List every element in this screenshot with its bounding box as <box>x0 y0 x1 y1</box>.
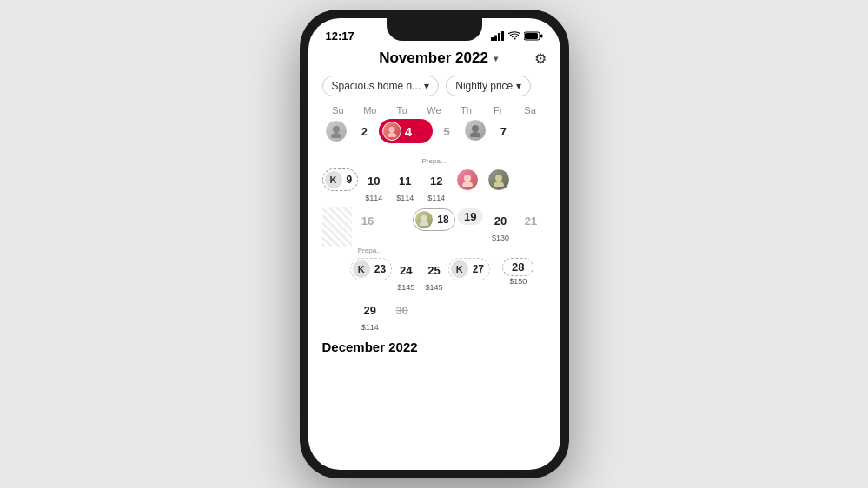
week-1: 2 4 5 <box>322 117 547 157</box>
week-3: 16 18 19 <box>322 207 547 247</box>
chevron-down-icon: ▾ <box>424 80 429 92</box>
day-header-mo: Mo <box>354 105 386 115</box>
cell-th-19[interactable]: 19 <box>455 207 486 247</box>
chevron-down-icon: ▾ <box>494 54 498 63</box>
day-header-th: Th <box>450 105 482 115</box>
chevron-down-icon: ▾ <box>516 80 521 92</box>
svg-rect-2 <box>498 33 500 41</box>
screen-content: November 2022 ▾ ⚙ Spacious home n... ▾ N… <box>308 49 560 354</box>
cell-tu-empty3 <box>382 207 413 247</box>
status-icons <box>491 31 543 41</box>
cell-tu-11[interactable]: 11 $114 <box>389 167 421 207</box>
svg-rect-6 <box>540 34 543 37</box>
svg-point-11 <box>472 125 479 132</box>
week-2: K 9 10 $114 11 $114 <box>322 167 547 207</box>
svg-point-9 <box>388 127 394 133</box>
svg-rect-0 <box>491 37 494 41</box>
calendar-header: Su Mo Tu We Th Fr Sa <box>322 105 547 115</box>
week3-sublabel: Prepa... <box>322 247 547 254</box>
week-5: 29 $114 30 <box>322 296 547 336</box>
header-row: November 2022 ▾ ⚙ <box>322 49 547 67</box>
property-filter-label: Spacious home n... <box>332 80 421 92</box>
december-heading: December 2022 <box>322 340 547 354</box>
cell-fr-7[interactable]: 7 <box>489 117 518 157</box>
svg-point-15 <box>495 175 502 181</box>
svg-point-13 <box>464 175 471 181</box>
day-header-su: Su <box>322 105 354 115</box>
cell-su-empty4 <box>322 256 350 296</box>
cell-su-1[interactable] <box>322 117 351 157</box>
cell-mo-23[interactable]: K 23 <box>350 256 392 296</box>
calendar-body: 2 4 5 <box>322 117 547 354</box>
cell-fr-avatar2[interactable] <box>483 167 514 207</box>
svg-rect-3 <box>501 31 504 41</box>
filter-row: Spacious home n... ▾ Nightly price ▾ <box>322 76 547 96</box>
cell-we-12[interactable]: 12 $114 <box>421 167 452 207</box>
price-filter-label: Nightly price <box>455 80 513 92</box>
cell-sa-21[interactable]: 21 <box>516 207 547 247</box>
svg-point-16 <box>494 181 504 187</box>
cell-mo-2[interactable]: 2 <box>350 117 379 157</box>
cell-th-27[interactable]: K 27 <box>448 256 490 296</box>
month-label: November 2022 <box>379 49 488 67</box>
svg-rect-5 <box>525 33 538 39</box>
cell-sa-empty2 <box>514 167 546 207</box>
svg-point-18 <box>420 221 429 226</box>
status-time: 12:17 <box>326 30 354 43</box>
svg-point-7 <box>333 126 340 133</box>
phone-frame: 12:17 <box>300 10 569 478</box>
cell-su-empty3 <box>322 207 353 247</box>
cell-tu-24[interactable]: 24 $145 <box>392 256 420 296</box>
day-header-tu: Tu <box>386 105 418 115</box>
cell-we-18[interactable]: 18 <box>413 207 454 247</box>
cell-su-empty5 <box>322 296 354 336</box>
cell-fr-28[interactable]: 28 $150 <box>490 256 547 296</box>
month-title: November 2022 ▾ <box>379 49 498 67</box>
svg-point-12 <box>470 132 480 137</box>
cell-su-9[interactable]: K 9 <box>322 167 359 207</box>
week-4: K 23 24 $145 25 $145 <box>322 256 547 296</box>
cell-fr-20[interactable]: 20 $130 <box>486 207 516 247</box>
prepa-label-2: Prepa... <box>354 247 386 254</box>
cell-th-avatar[interactable] <box>452 167 483 207</box>
property-filter[interactable]: Spacious home n... ▾ <box>322 76 440 96</box>
battery-icon <box>524 31 543 41</box>
cell-we-5[interactable]: 5 <box>433 117 461 157</box>
svg-point-14 <box>462 181 473 187</box>
wifi-icon <box>508 31 520 41</box>
cell-tu-4[interactable]: 4 <box>379 117 433 157</box>
day-header-fr: Fr <box>482 105 514 115</box>
week1-sublabel: Prepa... <box>322 157 547 165</box>
gear-icon[interactable]: ⚙ <box>534 50 547 67</box>
day-header-sa: Sa <box>514 105 547 115</box>
cell-mo-29[interactable]: 29 $114 <box>354 296 386 336</box>
signal-icon <box>491 31 505 41</box>
svg-point-10 <box>388 133 397 137</box>
svg-point-17 <box>421 215 427 221</box>
svg-rect-1 <box>494 35 497 41</box>
cell-mo-16[interactable]: 16 <box>352 207 382 247</box>
notch <box>387 18 482 41</box>
phone-screen: 12:17 <box>308 18 560 470</box>
cell-we-25[interactable]: 25 $145 <box>420 256 447 296</box>
svg-point-8 <box>331 133 341 138</box>
cell-th-1[interactable] <box>461 117 490 157</box>
day-header-we: We <box>418 105 450 115</box>
price-filter[interactable]: Nightly price ▾ <box>446 76 531 96</box>
cell-sa-empty1 <box>518 117 547 157</box>
cell-tu-30[interactable]: 30 <box>386 296 418 336</box>
cell-mo-10[interactable]: 10 $114 <box>358 167 389 207</box>
prepa-label-1: Prepa... <box>418 157 450 165</box>
